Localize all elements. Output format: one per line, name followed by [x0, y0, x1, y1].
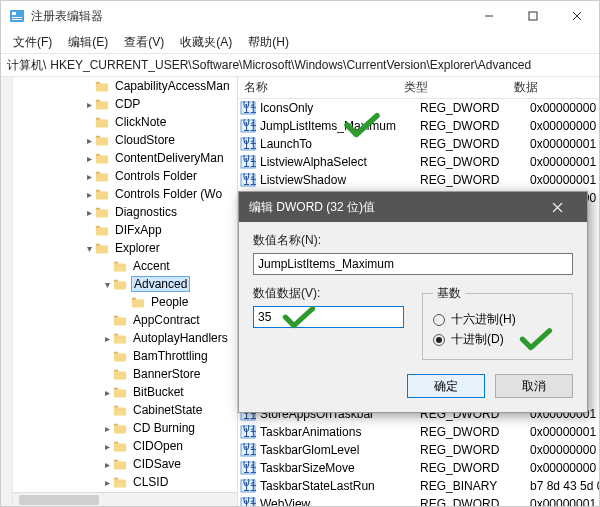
tree-item[interactable]: ▾Advanced [13, 275, 237, 293]
tree-item-label: Diagnostics [113, 205, 179, 219]
tree-item[interactable]: DIFxApp [13, 221, 237, 239]
value-data-input[interactable]: 35 [253, 306, 404, 328]
expander-icon[interactable]: ▸ [83, 189, 95, 200]
expander-icon[interactable]: ▸ [101, 441, 113, 452]
dialog-close-button[interactable] [537, 192, 577, 222]
value-row[interactable]: 011110ListviewAlphaSelectREG_DWORD0x0000… [238, 153, 599, 171]
window-title: 注册表编辑器 [31, 8, 103, 25]
cancel-button[interactable]: 取消 [495, 374, 573, 398]
svg-text:110: 110 [243, 138, 256, 151]
radio-hex[interactable]: 十六进制(H) [433, 311, 562, 328]
value-row[interactable]: 011110TaskbarStateLastRunREG_BINARYb7 8d… [238, 477, 599, 495]
radio-dec[interactable]: 十进制(D) [433, 331, 562, 348]
menu-bar: 文件(F) 编辑(E) 查看(V) 收藏夹(A) 帮助(H) [1, 31, 599, 53]
value-row[interactable]: 011110TaskbarSizeMoveREG_DWORD0x00000000… [238, 459, 599, 477]
ok-button[interactable]: 确定 [407, 374, 485, 398]
tree-item-label: People [149, 295, 190, 309]
value-name-label: 数值名称(N): [253, 232, 573, 249]
tree-item[interactable]: AppContract [13, 311, 237, 329]
tree-item[interactable]: ▸Controls Folder (Wo [13, 185, 237, 203]
expander-icon[interactable]: ▸ [101, 423, 113, 434]
svg-rect-51 [114, 462, 126, 470]
svg-rect-31 [114, 282, 126, 290]
value-row[interactable]: 011110LaunchToREG_DWORD0x00000001 (1) [238, 135, 599, 153]
folder-icon [113, 386, 127, 398]
tree-item[interactable]: CapabilityAccessMan [13, 77, 237, 95]
tree-item-label: AutoplayHandlers [131, 331, 230, 345]
tree-item[interactable]: BannerStore [13, 365, 237, 383]
expander-icon[interactable]: ▾ [83, 243, 95, 254]
tree-item[interactable]: ClickNote [13, 113, 237, 131]
tree-item-label: CapabilityAccessMan [113, 79, 232, 93]
expander-icon[interactable]: ▸ [101, 477, 113, 488]
tree-item[interactable]: ▸CloudStore [13, 131, 237, 149]
menu-help[interactable]: 帮助(H) [242, 32, 295, 53]
tree-item[interactable]: ▸CD Burning [13, 419, 237, 437]
dialog-title-bar[interactable]: 编辑 DWORD (32 位)值 [239, 192, 587, 222]
tree-item[interactable]: ▸CLSID [13, 473, 237, 491]
expander-icon[interactable]: ▸ [101, 333, 113, 344]
tree-item[interactable]: ▸AutoplayHandlers [13, 329, 237, 347]
maximize-button[interactable] [511, 1, 555, 31]
value-row[interactable]: 011110TaskbarAnimationsREG_DWORD0x000000… [238, 423, 599, 441]
folder-icon [95, 242, 109, 254]
col-name[interactable]: 名称 [238, 79, 398, 96]
expander-icon[interactable]: ▸ [83, 153, 95, 164]
value-row[interactable]: 011110IconsOnlyREG_DWORD0x00000000 (0) [238, 99, 599, 117]
tree-item-label: CloudStore [113, 133, 177, 147]
tree-item[interactable]: ▸Controls Folder [13, 167, 237, 185]
scrollbar-thumb[interactable] [19, 495, 99, 505]
tree-item[interactable]: ▸BitBucket [13, 383, 237, 401]
menu-view[interactable]: 查看(V) [118, 32, 170, 53]
minimize-button[interactable] [467, 1, 511, 31]
col-type[interactable]: 类型 [398, 79, 508, 96]
value-row[interactable]: 011110JumpListItems_MaximumREG_DWORD0x00… [238, 117, 599, 135]
expander-icon[interactable]: ▸ [83, 171, 95, 182]
tree-item[interactable]: ▸ContentDeliveryMan [13, 149, 237, 167]
svg-rect-17 [96, 156, 108, 164]
tree-item[interactable]: Accent [13, 257, 237, 275]
folder-icon [113, 350, 127, 362]
tree-pane[interactable]: CapabilityAccessMan▸CDPClickNote▸CloudSt… [13, 77, 238, 506]
value-type: REG_DWORD [420, 119, 530, 133]
address-path: HKEY_CURRENT_USER\Software\Microsoft\Win… [50, 58, 531, 72]
tree-hscrollbar[interactable] [13, 492, 237, 506]
menu-fav[interactable]: 收藏夹(A) [174, 32, 238, 53]
expander-icon[interactable]: ▾ [101, 279, 113, 290]
expander-icon[interactable]: ▸ [101, 459, 113, 470]
tree-item[interactable]: ▾Explorer [13, 239, 237, 257]
folder-icon [95, 80, 109, 92]
value-row[interactable]: 011110WebViewREG_DWORD0x00000001 (1) [238, 495, 599, 506]
close-button[interactable] [555, 1, 599, 31]
value-row[interactable]: 011110TaskbarGlomLevelREG_DWORD0x0000000… [238, 441, 599, 459]
tree-item[interactable]: CabinetState [13, 401, 237, 419]
svg-rect-35 [114, 318, 126, 326]
expander-icon[interactable]: ▸ [83, 99, 95, 110]
col-data[interactable]: 数据 [508, 79, 599, 96]
svg-rect-23 [96, 210, 108, 218]
address-bar[interactable]: 计算机\ HKEY_CURRENT_USER\Software\Microsof… [1, 53, 599, 77]
regedit-icon [9, 8, 25, 24]
tree-item[interactable]: BamThrottling [13, 347, 237, 365]
expander-icon[interactable]: ▸ [83, 207, 95, 218]
svg-rect-43 [114, 390, 126, 398]
tree-item[interactable]: ▸Diagnostics [13, 203, 237, 221]
tree-item[interactable]: ▸CDP [13, 95, 237, 113]
value-data: 0x00000001 (1) [530, 497, 599, 506]
svg-rect-29 [114, 264, 126, 272]
tree-item[interactable]: People [13, 293, 237, 311]
value-data-label: 数值数据(V): [253, 285, 404, 302]
tree-item[interactable]: ▸CIDSave [13, 455, 237, 473]
base-fieldset: 基数 十六进制(H) 十进制(D) [422, 285, 573, 360]
reg-value-icon: 011110 [240, 497, 256, 506]
expander-icon[interactable]: ▸ [101, 387, 113, 398]
menu-file[interactable]: 文件(F) [7, 32, 58, 53]
folder-icon [113, 440, 127, 452]
tree-item[interactable]: ▸CIDOpen [13, 437, 237, 455]
value-name-input[interactable]: JumpListItems_Maximum [253, 253, 573, 275]
svg-text:110: 110 [243, 462, 256, 475]
menu-edit[interactable]: 编辑(E) [62, 32, 114, 53]
expander-icon[interactable]: ▸ [83, 135, 95, 146]
value-row[interactable]: 011110ListviewShadowREG_DWORD0x00000001 … [238, 171, 599, 189]
value-name: ListviewShadow [260, 173, 420, 187]
